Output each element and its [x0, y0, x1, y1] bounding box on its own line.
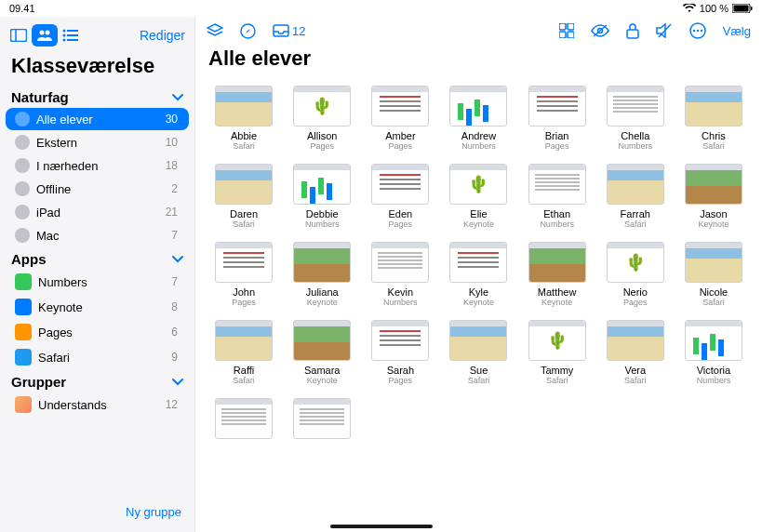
- new-group-button[interactable]: Ny gruppe: [0, 499, 194, 525]
- hide-button[interactable]: [591, 24, 609, 37]
- app-icon: [15, 324, 32, 340]
- student-tile[interactable]: AndrewNumbers: [441, 86, 515, 151]
- screen-thumbnail: [449, 242, 507, 283]
- sidebar-app-keynote[interactable]: Keynote8: [6, 295, 189, 319]
- student-tile[interactable]: VictoriaNumbers: [676, 320, 751, 385]
- student-name: Juliana: [306, 286, 339, 298]
- student-tile[interactable]: KevinNumbers: [363, 242, 437, 307]
- student-tile[interactable]: [207, 398, 281, 443]
- screen-thumbnail: [449, 164, 507, 205]
- student-name: Kyle: [469, 286, 488, 298]
- student-tile[interactable]: ChellaNumbers: [598, 86, 673, 151]
- screen-thumbnail: [528, 86, 586, 126]
- app-icon: [15, 349, 32, 366]
- sidebar-item-label: Safari: [38, 351, 70, 365]
- student-name: Debbie: [306, 208, 339, 219]
- edit-button[interactable]: Rediger: [140, 28, 185, 43]
- lock-button[interactable]: [626, 23, 639, 39]
- student-tile[interactable]: AmberPages: [363, 86, 437, 151]
- student-name: Sarah: [387, 365, 414, 376]
- student-tile[interactable]: SamaraKeynote: [285, 320, 359, 385]
- section-apps[interactable]: Apps: [0, 247, 194, 269]
- sidebar-item-offline[interactable]: Offline2: [6, 178, 189, 200]
- section-groups[interactable]: Grupper: [0, 370, 194, 392]
- mute-button[interactable]: [656, 23, 673, 38]
- grid-button[interactable]: [559, 23, 574, 38]
- group-avatar-icon: [15, 396, 32, 413]
- student-app: Pages: [623, 298, 648, 307]
- student-tile[interactable]: FarrahSafari: [598, 164, 673, 229]
- student-name: Farrah: [621, 208, 650, 219]
- student-tile[interactable]: DarenSafari: [207, 164, 281, 229]
- student-tile[interactable]: NerioPages: [598, 242, 673, 307]
- screen-thumbnail: [607, 320, 664, 361]
- sidebar-item-label: Understands: [38, 398, 107, 412]
- student-tile[interactable]: VeraSafari: [598, 320, 673, 385]
- sidebar-group-understands[interactable]: Understands12: [6, 392, 189, 417]
- student-app: Safari: [233, 376, 255, 385]
- battery-icon: [732, 4, 753, 13]
- screen-thumbnail: [215, 320, 273, 361]
- student-tile[interactable]: JulianaKeynote: [285, 242, 359, 307]
- more-button[interactable]: [689, 22, 706, 39]
- sidebar-item-label: I nærheden: [36, 159, 99, 173]
- chevron-down-icon: [172, 94, 183, 101]
- section-class[interactable]: Naturfag: [0, 86, 194, 107]
- svg-rect-12: [67, 39, 78, 41]
- student-tile[interactable]: EdenPages: [363, 164, 437, 229]
- student-tile[interactable]: SarahPages: [363, 320, 437, 385]
- student-tile[interactable]: AllisonPages: [285, 86, 359, 151]
- screen-thumbnail: [607, 242, 664, 283]
- student-tile[interactable]: MatthewKeynote: [520, 242, 595, 307]
- student-app: Keynote: [307, 298, 338, 307]
- sidebar-item-alle-elever[interactable]: Alle elever30: [6, 108, 189, 130]
- student-tile[interactable]: AbbieSafari: [207, 86, 281, 151]
- student-tile[interactable]: KyleKeynote: [441, 242, 515, 307]
- screen-thumbnail: [293, 164, 351, 205]
- student-tile[interactable]: ChrisSafari: [676, 86, 751, 151]
- screen-thumbnail: [449, 320, 507, 361]
- student-name: Tammy: [541, 365, 573, 376]
- student-tile[interactable]: [285, 398, 359, 443]
- sidebar-app-numbers[interactable]: Numbers7: [6, 270, 189, 294]
- student-tile[interactable]: NicoleSafari: [676, 242, 751, 307]
- student-name: Daren: [230, 208, 258, 219]
- inbox-button[interactable]: 12: [273, 24, 305, 38]
- student-app: Pages: [545, 141, 569, 151]
- section-class-label: Naturfag: [11, 89, 69, 105]
- screen-thumbnail: [449, 86, 507, 126]
- sidebar-app-safari[interactable]: Safari9: [6, 345, 189, 369]
- sidebar-toggle-button[interactable]: [6, 24, 32, 47]
- svg-rect-17: [568, 32, 574, 38]
- student-app: Safari: [233, 219, 255, 229]
- screen-thumbnail: [293, 242, 351, 283]
- student-tile[interactable]: RaffiSafari: [207, 320, 281, 385]
- student-tile[interactable]: JasonKeynote: [676, 164, 751, 229]
- select-button[interactable]: Vælg: [723, 24, 751, 38]
- navigate-button[interactable]: [240, 23, 256, 39]
- sidebar-item-i-nærheden[interactable]: I nærheden18: [6, 154, 189, 177]
- svg-rect-14: [559, 23, 566, 30]
- people-view-button[interactable]: [32, 24, 58, 47]
- list-view-button[interactable]: [58, 24, 84, 47]
- chevron-down-icon: [172, 379, 183, 386]
- student-tile[interactable]: EthanNumbers: [520, 164, 595, 229]
- student-tile[interactable]: JohnPages: [207, 242, 281, 307]
- student-name: Samara: [304, 365, 341, 376]
- layers-button[interactable]: [207, 23, 223, 38]
- student-tile[interactable]: TammySafari: [520, 320, 595, 385]
- sidebar-item-ekstern[interactable]: Ekstern10: [6, 131, 189, 153]
- svg-rect-20: [627, 30, 638, 38]
- student-tile[interactable]: BrianPages: [520, 86, 595, 151]
- screen-thumbnail: [607, 164, 664, 205]
- sidebar-item-mac[interactable]: Mac7: [6, 224, 189, 246]
- student-tile[interactable]: SueSafari: [441, 320, 515, 385]
- sidebar-app-pages[interactable]: Pages6: [6, 320, 189, 344]
- screen-thumbnail: [685, 86, 742, 126]
- wifi-icon: [683, 4, 696, 13]
- student-tile[interactable]: ElieKeynote: [441, 164, 515, 229]
- section-apps-label: Apps: [11, 251, 47, 267]
- student-app: Numbers: [461, 141, 496, 151]
- student-tile[interactable]: DebbieNumbers: [285, 164, 359, 229]
- sidebar-item-ipad[interactable]: iPad21: [6, 201, 189, 223]
